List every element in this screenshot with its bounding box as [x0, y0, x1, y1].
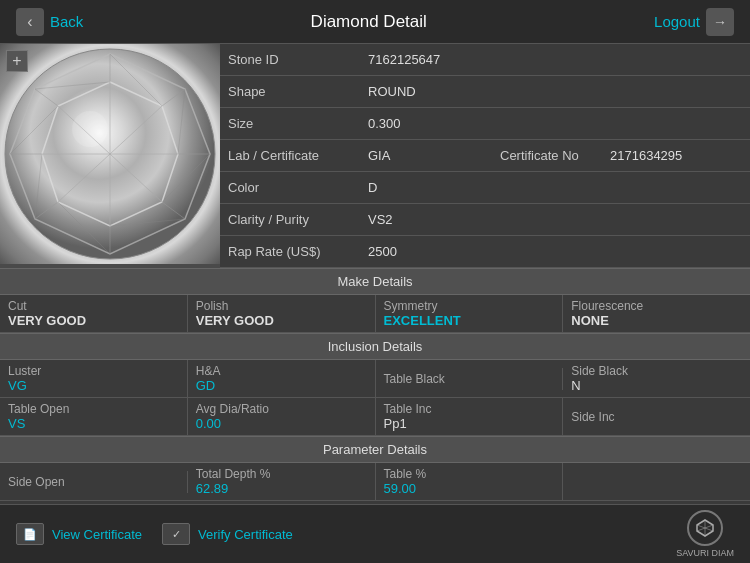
symmetry-value: EXCELLENT: [384, 313, 555, 328]
symmetry-cell: Symmetry EXCELLENT: [376, 295, 564, 332]
logout-label: Logout: [654, 13, 700, 30]
size-row: Size 0.300: [220, 108, 750, 140]
logo-icon: [687, 510, 723, 546]
verify-cert-label: Verify Certificate: [198, 527, 293, 542]
side-inc-cell: Side Inc: [563, 406, 750, 428]
logo-area: SAVURI DIAM: [676, 510, 734, 558]
table-open-value: VS: [8, 416, 179, 431]
table-inc-value: Pp1: [384, 416, 555, 431]
flourescence-label: Flourescence: [571, 299, 742, 313]
flourescence-cell: Flourescence NONE: [563, 295, 750, 332]
color-row: Color D: [220, 172, 750, 204]
ha-label: H&A: [196, 364, 367, 378]
make-details-header: Make Details: [0, 268, 750, 295]
cert-value: 2171634295: [610, 148, 742, 163]
color-value: D: [368, 180, 742, 195]
rap-label: Rap Rate (US$): [228, 244, 368, 259]
table-pct-label: Table %: [384, 467, 555, 481]
polish-value: VERY GOOD: [196, 313, 367, 328]
symmetry-label: Symmetry: [384, 299, 555, 313]
cert-label: Certificate No: [500, 148, 610, 163]
ha-cell: H&A GD: [188, 360, 376, 397]
logout-button[interactable]: Logout →: [654, 8, 734, 36]
logout-icon: →: [706, 8, 734, 36]
clarity-row: Clarity / Purity VS2: [220, 204, 750, 236]
main-content: +: [0, 44, 750, 504]
lab-value: GIA: [368, 148, 500, 163]
ha-value: GD: [196, 378, 367, 393]
view-cert-icon: 📄: [16, 523, 44, 545]
view-cert-label: View Certificate: [52, 527, 142, 542]
clarity-value: VS2: [368, 212, 742, 227]
rap-row: Rap Rate (US$) 2500: [220, 236, 750, 268]
lab-label: Lab / Certificate: [228, 148, 368, 163]
side-open-cell: Side Open: [0, 471, 188, 493]
top-section: +: [0, 44, 750, 268]
shape-value: ROUND: [368, 84, 742, 99]
parameter-details-header: Parameter Details: [0, 436, 750, 463]
footer: 📄 View Certificate ✓ Verify Certificate …: [0, 504, 750, 563]
verify-cert-icon: ✓: [162, 523, 190, 545]
avg-dia-label: Avg Dia/Ratio: [196, 402, 367, 416]
cut-value: VERY GOOD: [8, 313, 179, 328]
table-inc-cell: Table Inc Pp1: [376, 398, 564, 435]
side-black-value: N: [571, 378, 742, 393]
size-label: Size: [228, 116, 368, 131]
logo-text: SAVURI DIAM: [676, 548, 734, 558]
svg-point-27: [72, 111, 108, 147]
verify-certificate-button[interactable]: ✓ Verify Certificate: [162, 523, 293, 545]
clarity-label: Clarity / Purity: [228, 212, 368, 227]
shape-row: Shape ROUND: [220, 76, 750, 108]
table-pct-cell: Table % 59.00: [376, 463, 564, 500]
image-panel: +: [0, 44, 220, 268]
table-inc-label: Table Inc: [384, 402, 555, 416]
stone-id-value: 7162125647: [368, 52, 742, 67]
empty-cell: [563, 478, 750, 486]
avg-dia-cell: Avg Dia/Ratio 0.00: [188, 398, 376, 435]
table-pct-value: 59.00: [384, 481, 555, 496]
side-inc-label: Side Inc: [571, 410, 742, 424]
avg-dia-value: 0.00: [196, 416, 367, 431]
view-certificate-button[interactable]: 📄 View Certificate: [16, 523, 142, 545]
lab-row: Lab / Certificate GIA Certificate No 217…: [220, 140, 750, 172]
size-value: 0.300: [368, 116, 742, 131]
luster-cell: Luster VG: [0, 360, 188, 397]
color-label: Color: [228, 180, 368, 195]
table-open-label: Table Open: [8, 402, 179, 416]
table-open-cell: Table Open VS: [0, 398, 188, 435]
total-depth-cell: Total Depth % 62.89: [188, 463, 376, 500]
back-label: Back: [50, 13, 83, 30]
side-black-cell: Side Black N: [563, 360, 750, 397]
table-black-label: Table Black: [384, 372, 555, 386]
shape-label: Shape: [228, 84, 368, 99]
rap-value: 2500: [368, 244, 742, 259]
polish-cell: Polish VERY GOOD: [188, 295, 376, 332]
diamond-image: [0, 44, 220, 264]
add-button[interactable]: +: [6, 50, 28, 72]
stone-id-row: Stone ID 7162125647: [220, 44, 750, 76]
luster-label: Luster: [8, 364, 179, 378]
polish-label: Polish: [196, 299, 367, 313]
footer-actions: 📄 View Certificate ✓ Verify Certificate: [16, 523, 293, 545]
cut-label: Cut: [8, 299, 179, 313]
luster-value: VG: [8, 378, 179, 393]
inclusion-row-1: Luster VG H&A GD Table Black Side Black …: [0, 360, 750, 398]
side-open-label: Side Open: [8, 475, 179, 489]
cut-cell: Cut VERY GOOD: [0, 295, 188, 332]
back-arrow-icon: ‹: [16, 8, 44, 36]
stone-id-label: Stone ID: [228, 52, 368, 67]
total-depth-value: 62.89: [196, 481, 367, 496]
back-button[interactable]: ‹ Back: [16, 8, 83, 36]
header: ‹ Back Diamond Detail Logout →: [0, 0, 750, 44]
flourescence-value: NONE: [571, 313, 742, 328]
page-title: Diamond Detail: [311, 12, 427, 32]
total-depth-label: Total Depth %: [196, 467, 367, 481]
make-details-row: Cut VERY GOOD Polish VERY GOOD Symmetry …: [0, 295, 750, 333]
parameter-row-1: Side Open Total Depth % 62.89 Table % 59…: [0, 463, 750, 501]
inclusion-details-header: Inclusion Details: [0, 333, 750, 360]
side-black-label: Side Black: [571, 364, 742, 378]
table-black-cell: Table Black: [376, 368, 564, 390]
details-panel: Stone ID 7162125647 Shape ROUND Size 0.3…: [220, 44, 750, 268]
inclusion-row-2: Table Open VS Avg Dia/Ratio 0.00 Table I…: [0, 398, 750, 436]
